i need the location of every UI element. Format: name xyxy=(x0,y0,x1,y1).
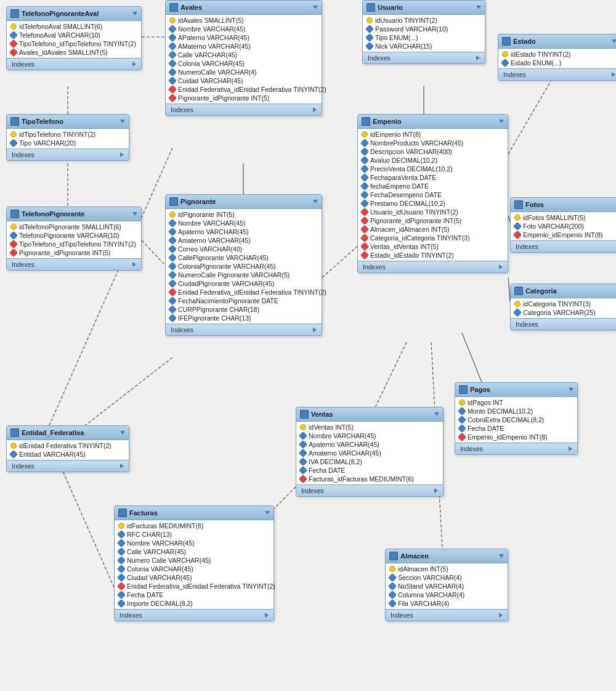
table-header-tipotelefono[interactable]: TipoTelefono xyxy=(7,115,129,129)
field-row: Columna VARCHAR(4) xyxy=(386,591,508,599)
indexes-label: Indexes xyxy=(516,321,538,328)
indexes-footer[interactable]: Indexes xyxy=(7,149,129,160)
table-fields: idTelefonoAval SMALLINT(6)TelefonoAval V… xyxy=(7,21,141,58)
field-row: Correo VARCHAR(40) xyxy=(166,245,322,253)
dropdown-icon[interactable] xyxy=(499,554,504,558)
table-header-usuario[interactable]: Usuario xyxy=(363,1,485,15)
diamond-blue-icon xyxy=(365,25,374,33)
indexes-footer[interactable]: Indexes xyxy=(166,324,322,335)
indexes-footer[interactable]: Indexes xyxy=(386,609,508,621)
dropdown-icon[interactable] xyxy=(476,6,481,9)
indexes-footer[interactable]: Indexes xyxy=(511,240,616,252)
diamond-blue-icon xyxy=(360,182,369,190)
indexes-footer[interactable]: Indexes xyxy=(498,68,616,80)
table-header-almacen[interactable]: Almacen xyxy=(386,549,508,563)
field-text: Nombre VARCHAR(45) xyxy=(178,219,246,227)
svg-line-9 xyxy=(508,80,551,154)
dropdown-icon[interactable] xyxy=(434,412,439,416)
dropdown-icon[interactable] xyxy=(120,431,125,435)
indexes-footer[interactable]: Indexes xyxy=(358,261,508,272)
diamond-red-icon xyxy=(299,475,307,483)
table-icon xyxy=(118,509,127,517)
dropdown-icon[interactable] xyxy=(265,511,270,515)
table-fields: idAvales SMALLINT(5)Nombre VARCHAR(45)AP… xyxy=(166,15,322,104)
dropdown-icon[interactable] xyxy=(132,12,137,15)
table-title: Avales xyxy=(180,4,202,11)
table-title: Pagos xyxy=(470,386,490,393)
table-header-avales[interactable]: Avales xyxy=(166,1,322,15)
table-header-pagos[interactable]: Pagos xyxy=(455,383,577,397)
dropdown-icon[interactable] xyxy=(313,200,318,203)
indexes-footer[interactable]: Indexes xyxy=(166,104,322,115)
table-icon xyxy=(300,410,309,419)
diamond-blue-icon xyxy=(168,25,177,33)
field-text: Enidad Federativa_idEnidad Federativa TI… xyxy=(127,583,275,590)
table-header-entidad_federativa[interactable]: Entidad_Federativa xyxy=(7,426,129,440)
table-header-categoria[interactable]: Categoria xyxy=(511,284,616,298)
field-row: Categoria VARCHAR(25) xyxy=(511,308,616,317)
table-title: Estado xyxy=(513,38,536,45)
field-row: idTelefonoPignorante SMALLINT(6) xyxy=(7,223,141,231)
dropdown-icon[interactable] xyxy=(499,120,504,123)
indexes-footer[interactable]: Indexes xyxy=(7,460,129,472)
indexes-label: Indexes xyxy=(12,462,34,470)
dropdown-icon[interactable] xyxy=(313,6,318,9)
table-header-empenio[interactable]: Empenio xyxy=(358,115,508,129)
table-icon xyxy=(459,385,468,394)
indexes-footer[interactable]: Indexes xyxy=(511,318,616,330)
diamond-red-icon xyxy=(9,240,18,248)
field-row: CobroExtra DECIMAL(8,2) xyxy=(455,415,577,424)
field-text: Foto VARCHAR(200) xyxy=(523,223,584,230)
svg-line-6 xyxy=(49,148,172,425)
diamond-blue-icon xyxy=(458,424,466,433)
indexes-footer[interactable]: Indexes xyxy=(296,485,443,496)
dropdown-icon[interactable] xyxy=(132,212,137,216)
key-icon xyxy=(514,215,521,221)
indexes-arrow-icon xyxy=(569,446,572,451)
indexes-footer[interactable]: Indexes xyxy=(7,258,141,270)
indexes-footer[interactable]: Indexes xyxy=(455,443,577,454)
field-text: Empenio_idEmpenio INT(8) xyxy=(468,433,548,441)
table-pagos: PagosidPagos INTMonto DECIMAL(10,2)Cobro… xyxy=(455,382,578,455)
diamond-red-icon xyxy=(9,248,18,257)
diamond-blue-icon xyxy=(299,431,307,440)
indexes-footer[interactable]: Indexes xyxy=(363,52,485,63)
field-row: Fila VARCHAR(4) xyxy=(386,599,508,608)
table-icon xyxy=(10,9,19,18)
table-header-fotos[interactable]: Fotos xyxy=(511,198,616,212)
table-fields: idTipoTelefono TINYINT(2)Tipo VARCHAR(20… xyxy=(7,129,129,149)
table-header-facturas[interactable]: Facturas xyxy=(115,506,274,520)
field-row: Foto VARCHAR(200) xyxy=(511,222,616,231)
field-text: idUsuario TINYINT(2) xyxy=(375,17,437,24)
table-fields: idCategoria TINYINT(3)Categoria VARCHAR(… xyxy=(511,298,616,318)
field-row: idPagos INT xyxy=(455,398,577,407)
field-text: Fila VARCHAR(4) xyxy=(398,600,449,607)
diamond-blue-icon xyxy=(117,539,126,547)
field-row: Descripcion VARCHAR(400) xyxy=(358,147,508,156)
diamond-blue-icon xyxy=(513,222,522,231)
table-header-ventas[interactable]: Ventas xyxy=(296,407,443,422)
indexes-footer[interactable]: Indexes xyxy=(7,58,141,70)
field-row: idEnidad Federativa TINYINT(2) xyxy=(7,441,129,450)
field-row: Amaterno VARCHAR(45) xyxy=(166,236,322,245)
table-header-pignorante[interactable]: Pignorante xyxy=(166,195,322,209)
field-row: Enidad Federativa_idEnidad Federativa TI… xyxy=(115,582,274,591)
key-icon xyxy=(514,301,521,307)
indexes-label: Indexes xyxy=(301,487,324,494)
indexes-footer[interactable]: Indexes xyxy=(115,609,274,621)
field-text: CiudadPignorante VARCHAR(45) xyxy=(178,280,274,287)
field-row: Colonia VARCHAR(45) xyxy=(115,565,274,573)
field-text: Apaterno VARCHAR(45) xyxy=(178,228,249,235)
field-row: Avales_idAvales SMALLINT(5) xyxy=(7,48,141,57)
dropdown-icon[interactable] xyxy=(612,39,616,43)
table-header-telefonopignoranteaval[interactable]: TelefonoPignoranteAval xyxy=(7,7,141,21)
diamond-blue-icon xyxy=(365,42,374,51)
table-header-estado[interactable]: Estado xyxy=(498,35,616,49)
field-text: fechaEmpeno DATE xyxy=(370,182,429,190)
dropdown-icon[interactable] xyxy=(120,120,125,123)
table-header-telefonopignorante[interactable]: TelefonoPignorante xyxy=(7,207,141,221)
table-entidad_federativa: Entidad_FederativaidEnidad Federativa TI… xyxy=(6,425,129,472)
field-row: idFotos SMALLINT(5) xyxy=(511,213,616,222)
indexes-label: Indexes xyxy=(368,54,391,62)
dropdown-icon[interactable] xyxy=(569,388,573,391)
